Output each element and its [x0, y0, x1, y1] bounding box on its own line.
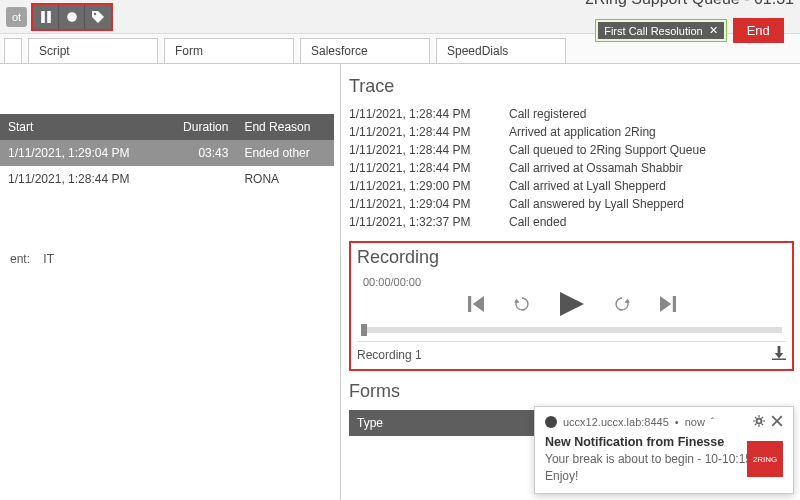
cell-start: 1/11/2021, 1:28:44 PM — [0, 166, 163, 192]
call-controls — [31, 3, 113, 31]
trace-row: 1/11/2021, 1:29:00 PMCall arrived at Lya… — [349, 177, 794, 195]
recording-footer: Recording 1 — [357, 341, 786, 363]
notification-toast: uccx12.uccx.lab:8445 • now ˆ New Notific… — [534, 406, 794, 494]
trace-ts: 1/11/2021, 1:29:00 PM — [349, 179, 489, 193]
table-row[interactable]: 1/11/2021, 1:29:04 PM 03:43 Ended other — [0, 140, 334, 166]
play-button[interactable] — [560, 292, 584, 319]
trace-msg: Arrived at application 2Ring — [509, 125, 656, 139]
close-icon — [771, 415, 783, 427]
skip-prev-icon — [468, 296, 484, 312]
cell-start: 1/11/2021, 1:29:04 PM — [0, 140, 163, 166]
chevron-up-icon[interactable]: ˆ — [711, 416, 715, 428]
tag-icon — [92, 11, 104, 23]
toast-close-button[interactable] — [771, 415, 783, 429]
top-bar: ot 2Ring Support Queue - 01:31 First Cal… — [0, 0, 800, 34]
prev-button[interactable] — [468, 296, 484, 315]
top-right: 2Ring Support Queue - 01:31 First Call R… — [585, 0, 794, 43]
gear-icon — [753, 415, 765, 427]
trace-msg: Call queued to 2Ring Support Queue — [509, 143, 706, 157]
trace-msg: Call arrived at Lyall Shepperd — [509, 179, 666, 193]
recording-panel: Recording 00:00/00:00 Recording 1 — [349, 241, 794, 371]
tag-chip-label: First Call Resolution — [604, 25, 702, 37]
end-button[interactable]: End — [733, 18, 784, 43]
toast-when: now — [685, 416, 705, 428]
trace-row: 1/11/2021, 1:32:37 PMCall ended — [349, 213, 794, 231]
tab-salesforce[interactable]: Salesforce — [300, 38, 430, 63]
svg-rect-1 — [47, 11, 51, 23]
trace-row: 1/11/2021, 1:29:04 PMCall answered by Ly… — [349, 195, 794, 213]
trace-ts: 1/11/2021, 1:28:44 PM — [349, 161, 489, 175]
trace-row: 1/11/2021, 1:28:44 PMCall registered — [349, 105, 794, 123]
trace-list: 1/11/2021, 1:28:44 PMCall registered 1/1… — [349, 105, 794, 231]
top-left: ot — [6, 3, 113, 31]
svg-point-2 — [67, 12, 77, 22]
chrome-icon — [545, 416, 557, 428]
tag-remove-icon[interactable]: ✕ — [709, 24, 718, 37]
queue-title: 2Ring Support Queue - 01:31 — [585, 0, 794, 8]
cell-reason: RONA — [236, 166, 334, 192]
svg-point-3 — [94, 12, 96, 14]
state-chip: ot — [6, 7, 27, 27]
trace-ts: 1/11/2021, 1:28:44 PM — [349, 107, 489, 121]
rewind-icon — [514, 296, 530, 312]
cell-duration: 03:43 — [163, 140, 236, 166]
trace-row: 1/11/2021, 1:28:44 PMCall queued to 2Rin… — [349, 141, 794, 159]
record-icon — [66, 11, 78, 23]
recording-seek-bar[interactable] — [361, 327, 782, 333]
meta-line: ent: IT — [0, 252, 334, 266]
trace-row: 1/11/2021, 1:28:44 PMArrived at applicat… — [349, 123, 794, 141]
pause-button[interactable] — [33, 5, 59, 29]
tab-unknown[interactable] — [4, 38, 22, 63]
meta-value: IT — [43, 252, 54, 266]
toast-settings-button[interactable] — [753, 415, 765, 429]
play-icon — [560, 292, 584, 316]
trace-ts: 1/11/2021, 1:29:04 PM — [349, 197, 489, 211]
tab-speeddials[interactable]: SpeedDials — [436, 38, 566, 63]
download-icon — [772, 346, 786, 360]
seek-knob[interactable] — [361, 324, 367, 336]
recording-controls — [357, 292, 786, 319]
trace-msg: Call registered — [509, 107, 586, 121]
tag-input-box[interactable]: First Call Resolution ✕ — [595, 19, 726, 42]
trace-title: Trace — [349, 76, 794, 97]
trace-msg: Call arrived at Ossamah Shabbir — [509, 161, 682, 175]
cell-duration — [163, 166, 236, 192]
skip-next-icon — [660, 296, 676, 312]
forward-button[interactable] — [614, 296, 630, 315]
forms-title: Forms — [349, 381, 794, 402]
left-panel: Start Duration End Reason 1/11/2021, 1:2… — [0, 64, 340, 500]
toast-header: uccx12.uccx.lab:8445 • now ˆ — [545, 415, 783, 429]
meta-label: ent: — [10, 252, 30, 266]
call-history-table: Start Duration End Reason 1/11/2021, 1:2… — [0, 114, 334, 192]
toast-brand-badge: 2RING — [747, 441, 783, 477]
cell-reason: Ended other — [236, 140, 334, 166]
trace-row: 1/11/2021, 1:28:44 PMCall arrived at Oss… — [349, 159, 794, 177]
col-reason: End Reason — [236, 114, 334, 140]
record-button[interactable] — [59, 5, 85, 29]
tag-chip: First Call Resolution ✕ — [598, 22, 723, 39]
tag-row: First Call Resolution ✕ End — [595, 18, 784, 43]
tab-script[interactable]: Script — [28, 38, 158, 63]
col-start: Start — [0, 114, 163, 140]
next-button[interactable] — [660, 296, 676, 315]
tab-form[interactable]: Form — [164, 38, 294, 63]
pause-icon — [40, 11, 52, 23]
trace-msg: Call ended — [509, 215, 566, 229]
forward-icon — [614, 296, 630, 312]
recording-label: Recording 1 — [357, 348, 422, 362]
recording-time: 00:00/00:00 — [363, 276, 786, 288]
trace-ts: 1/11/2021, 1:28:44 PM — [349, 125, 489, 139]
svg-point-4 — [757, 419, 762, 424]
download-button[interactable] — [772, 346, 786, 363]
table-row[interactable]: 1/11/2021, 1:28:44 PM RONA — [0, 166, 334, 192]
trace-msg: Call answered by Lyall Shepperd — [509, 197, 684, 211]
svg-rect-0 — [41, 11, 45, 23]
col-duration: Duration — [163, 114, 236, 140]
toast-host: uccx12.uccx.lab:8445 — [563, 416, 669, 428]
recording-title: Recording — [357, 247, 786, 268]
rewind-button[interactable] — [514, 296, 530, 315]
tag-button[interactable] — [85, 5, 111, 29]
trace-ts: 1/11/2021, 1:32:37 PM — [349, 215, 489, 229]
trace-ts: 1/11/2021, 1:28:44 PM — [349, 143, 489, 157]
